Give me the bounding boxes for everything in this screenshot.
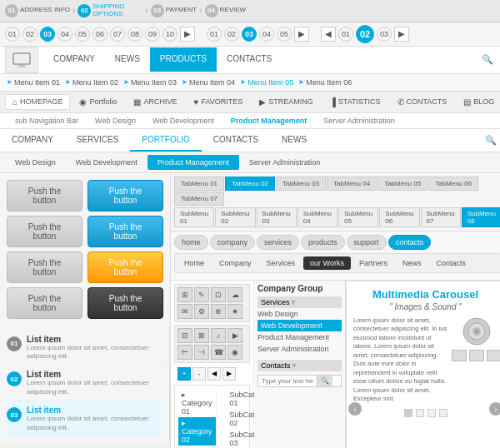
prodmgmt-link[interactable]: Product Management (258, 331, 342, 343)
menu-item-4[interactable]: ➤Menu Item 04 (182, 78, 235, 87)
page-08[interactable]: 08 (128, 27, 142, 42)
icon-btn-1[interactable]: ⊞ (178, 287, 192, 302)
submenu-02[interactable]: SubMenu 02 (215, 207, 255, 227)
nav2-portfolio[interactable]: PORTFOLIO (130, 129, 202, 152)
push-button-yellow-3[interactable]: Push the button (88, 251, 163, 283)
rn2-home[interactable]: Home (178, 256, 211, 270)
menu-item-1[interactable]: ➤Menu Item 01 (7, 78, 60, 87)
icon-btn-10[interactable]: ⊠ (194, 328, 209, 343)
search-icon-2[interactable]: 🔍 (485, 132, 500, 147)
icon-btn-16[interactable]: ◉ (228, 345, 242, 360)
rn2-ourworks[interactable]: our Works (303, 256, 351, 270)
pg-btn-2[interactable]: ◀ (208, 367, 221, 381)
icon-btn-15[interactable]: ☎ (211, 345, 226, 360)
subnav-homepage[interactable]: ⌂ HOMEPAGE (5, 94, 70, 110)
icon-btn-3[interactable]: ⊡ (211, 287, 226, 302)
subnav-portfolio[interactable]: ◉ Portfolio (72, 94, 124, 110)
subnav-blog[interactable]: ▤ BLOG (456, 94, 500, 110)
cat-01[interactable]: ▸ Category 01 (178, 389, 216, 417)
prod-tab-webdev[interactable]: Web Development (66, 155, 148, 170)
subnav-archive[interactable]: ▦ ARCHIVE (126, 94, 184, 110)
submenu-05[interactable]: SubMenu 05 (338, 207, 378, 227)
icon-btn-11[interactable]: ♪ (211, 328, 226, 343)
icon-btn-5[interactable]: ✉ (178, 304, 192, 319)
thumb-2[interactable] (469, 350, 484, 361)
subnav-favorites[interactable]: ♥ FAVORITES (186, 94, 250, 110)
page2-02[interactable]: 02 (224, 27, 239, 42)
menu-item-3[interactable]: ➤Menu Item 03 (123, 78, 177, 87)
webdev-link[interactable]: Web Development (258, 320, 342, 331)
page-09[interactable]: 09 (145, 27, 160, 42)
subnav-statistics[interactable]: ▐ STATISTICS (322, 94, 388, 110)
pg-btn-1[interactable]: - (192, 367, 206, 381)
tabmenu-04[interactable]: TabMenu 04 (327, 177, 377, 191)
page2-01[interactable]: 01 (207, 27, 222, 42)
icon-btn-8[interactable]: ★ (228, 304, 242, 319)
subnav-contacts[interactable]: ✆ CONTACTS (390, 94, 455, 110)
page3-03[interactable]: 03 (377, 27, 392, 42)
nav-tab-contacts[interactable]: CONTACTS (217, 47, 282, 72)
tabmenu-01[interactable]: TabMenu 01 (174, 177, 224, 191)
submenu-08[interactable]: SubMenu 08 (462, 207, 500, 227)
rn-products[interactable]: products (301, 235, 345, 250)
icon-btn-6[interactable]: ⚙ (194, 304, 209, 319)
submenu-07[interactable]: SubMenu 07 (421, 207, 461, 227)
tabmenu-07[interactable]: TabMenu 07 (174, 192, 224, 206)
tabmenu-02[interactable]: TabMenu 02 (225, 177, 275, 191)
icon-btn-4[interactable]: ☁ (228, 287, 242, 302)
push-button-blue-2[interactable]: Push the button (88, 216, 163, 247)
search-icon[interactable]: 🔍 (480, 52, 495, 67)
cat-02[interactable]: ▸ Category 02 (178, 417, 216, 446)
serveradmin-link[interactable]: Server Administration (258, 343, 342, 355)
push-button-blue-1[interactable]: Push the button (88, 180, 163, 212)
thumb-3[interactable] (487, 350, 500, 361)
nav2-company[interactable]: COMPANY (0, 129, 65, 152)
page-06[interactable]: 06 (92, 27, 108, 42)
submenu-04[interactable]: SubMenu 04 (298, 207, 338, 227)
nav2-services[interactable]: SERVICES (65, 129, 130, 152)
prod-tab-webdesign[interactable]: Web Design (5, 155, 66, 170)
page-02[interactable]: 02 (22, 27, 38, 42)
menu-item-2[interactable]: ➤Menu Item 02 (65, 78, 118, 87)
tabmenu-03[interactable]: TabMenu 03 (276, 177, 326, 191)
menu-item-5[interactable]: ➤Menu Item 05 (240, 78, 293, 87)
rn-services[interactable]: services (257, 235, 299, 250)
cat-03[interactable]: ▸ Category 03 (178, 446, 216, 448)
nav-tab-news[interactable]: NEWS (105, 47, 150, 72)
nav-next-1[interactable]: ▶ (180, 27, 195, 42)
services-header[interactable]: Services ▼ (258, 296, 342, 308)
push-button-gray-4[interactable]: Push the button (7, 287, 82, 319)
carousel-prev-btn[interactable]: ‹ (348, 402, 362, 416)
icon-btn-7[interactable]: ⊕ (211, 304, 226, 319)
nav-tab-company[interactable]: COMPANY (43, 47, 105, 72)
rn-support[interactable]: support (347, 235, 387, 250)
carousel-next-btn[interactable]: › (489, 402, 500, 416)
page-10[interactable]: 10 (162, 27, 178, 42)
rn-contacts[interactable]: contacts (388, 235, 432, 250)
icon-btn-14[interactable]: ⊣ (194, 345, 209, 360)
nav2-news[interactable]: NEWS (270, 129, 318, 152)
icon-btn-12[interactable]: ▶ (228, 328, 242, 343)
page-01[interactable]: 01 (5, 27, 20, 42)
thumb-1[interactable] (452, 350, 467, 361)
page2-05[interactable]: 05 (277, 27, 292, 42)
nav-tab-products[interactable]: PRODUCTS (150, 47, 217, 72)
pg-btn-active[interactable]: + (178, 367, 191, 381)
page-04[interactable]: 04 (58, 27, 72, 42)
search-submit-btn[interactable]: 🔍 (317, 376, 332, 386)
nav-next-3[interactable]: ▶ (394, 27, 409, 42)
push-button-gray-3[interactable]: Push the button (7, 251, 82, 283)
tabmenu-06[interactable]: TabMenu 06 (428, 177, 478, 191)
search-input[interactable] (258, 376, 317, 386)
carousel-dot-2[interactable] (416, 409, 424, 417)
push-button-dark-4[interactable]: Push the button (88, 287, 163, 319)
carousel-dot-1[interactable] (404, 409, 412, 417)
page2-04[interactable]: 04 (259, 27, 274, 42)
pg-btn-3[interactable]: ▶ (222, 367, 236, 381)
page-03[interactable]: 03 (40, 27, 55, 42)
icon-btn-2[interactable]: ✎ (194, 287, 209, 302)
rn-home[interactable]: home (174, 235, 208, 250)
push-button-gray-2[interactable]: Push the button (7, 216, 82, 247)
page3-01[interactable]: 01 (338, 27, 353, 42)
submenu-01[interactable]: SubMenu 01 (174, 207, 214, 227)
